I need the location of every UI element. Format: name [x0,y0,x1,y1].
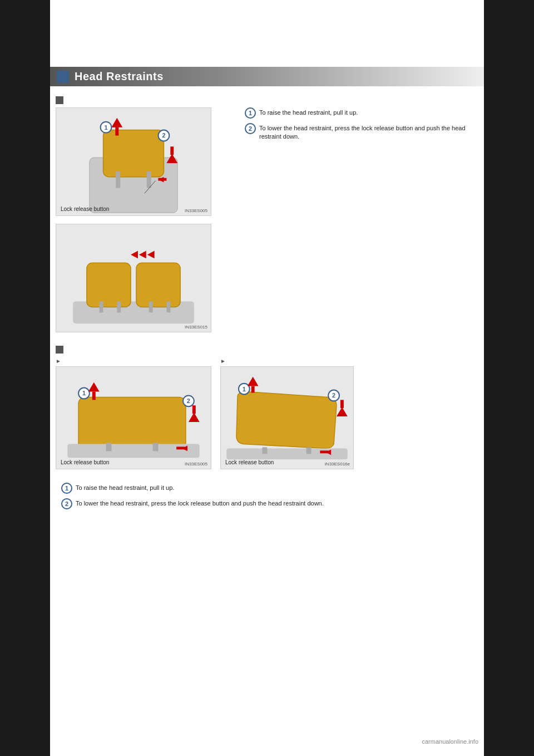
svg-text:1: 1 [243,386,246,392]
svg-marker-33 [88,382,100,392]
item1-text: To raise the head restraint, pull it up. [259,107,358,117]
section2-item1: 1 To raise the head restraint, pull it u… [61,483,473,494]
svg-rect-3 [147,171,151,188]
svg-marker-48 [337,407,348,416]
left-diagram-svg: 1 2 [56,367,211,469]
svg-rect-16 [87,263,131,307]
section1-content: 1 2 Lock release button [50,96,484,340]
section2-bottom-items: 1 To raise the head restraint, pull it u… [56,483,478,509]
svg-marker-8 [111,118,122,127]
s2-item1-circle: 1 [61,483,72,494]
section1-right: 1 To raise the head restraint, pull it u… [245,96,478,340]
section2-area: ► 1 [50,346,484,509]
svg-text:2: 2 [162,132,165,139]
svg-text:1: 1 [82,390,86,396]
section1-item1: 1 To raise the head restraint, pull it u… [245,107,478,119]
svg-rect-1 [103,130,164,177]
svg-marker-35 [189,413,200,422]
section2-right: ► 1 [220,358,354,477]
section2-item2: 2 To lower the head restraint, press the… [61,498,473,509]
svg-rect-49 [340,400,344,408]
watermark: carmanualonline.info [422,738,478,745]
svg-rect-38 [176,446,185,449]
right-diagram-box: 1 2 Lock release button [220,366,354,469]
right-diagram-svg: 1 2 [221,367,353,469]
diagram1-box: 1 2 Lock release button [56,107,211,216]
diagram1-svg: 1 2 [56,108,211,215]
svg-rect-11 [170,146,174,155]
svg-rect-9 [115,127,118,136]
diagram2-code: IN33ES015 [185,325,207,330]
section1-left: 1 2 Lock release button [56,96,234,340]
svg-marker-46 [248,377,259,386]
svg-rect-28 [153,443,159,451]
section2-left: ► 1 [56,358,211,477]
svg-rect-2 [116,171,120,188]
svg-rect-47 [251,386,255,393]
s2-item1-text: To raise the head restraint, pull it up. [76,483,174,492]
svg-rect-51 [320,450,328,453]
section2-label-box [56,346,63,354]
svg-text:2: 2 [332,392,335,399]
svg-rect-18 [100,302,103,313]
s2-item2-circle: 2 [61,498,72,509]
svg-rect-26 [67,444,199,458]
svg-marker-22 [131,251,138,259]
svg-marker-23 [139,251,146,259]
svg-rect-13 [159,178,167,181]
item2-circle: 2 [245,123,256,134]
item1-circle: 1 [245,107,256,119]
diagram2-box: IN33ES015 [56,224,211,332]
diagram2-svg [56,224,211,332]
header-blue-box [57,71,69,83]
svg-rect-25 [78,397,186,449]
section2-diagrams: ► 1 [56,358,478,477]
section2-right-label: ► [220,358,354,364]
diagram1-label: Lock release button [61,206,109,212]
svg-rect-21 [166,302,170,313]
section-title: Head Restraints [75,70,164,83]
section1-item2: 2 To lower the head restraint, press the… [245,123,478,141]
left-diagram-code: IN33ES005 [185,462,207,467]
diagram1-code: IN33ES005 [185,208,207,213]
right-diagram-label: Lock release button [225,459,274,465]
watermark-text: carmanualonline.info [422,738,478,745]
section-header: Head Restraints [50,67,484,86]
svg-text:2: 2 [187,397,190,404]
section2-left-label: ► [56,358,211,364]
svg-text:1: 1 [104,124,107,131]
s2-item2-text: To lower the head restraint, press the l… [76,498,324,508]
svg-rect-27 [106,443,112,451]
section1-label-box [56,96,63,104]
svg-rect-36 [192,405,196,414]
svg-rect-41 [306,447,312,454]
svg-marker-24 [147,251,155,259]
svg-rect-40 [262,447,267,454]
svg-rect-17 [136,263,180,307]
svg-rect-20 [149,302,153,313]
svg-rect-19 [117,302,121,313]
left-diagram-box: 1 2 Lock release button [56,366,211,469]
right-diagram-code: IN33ES016e [325,462,350,467]
item2-text: To lower the head restraint, press the l… [259,123,478,141]
svg-rect-34 [92,392,96,400]
left-diagram-label: Lock release button [61,459,109,465]
